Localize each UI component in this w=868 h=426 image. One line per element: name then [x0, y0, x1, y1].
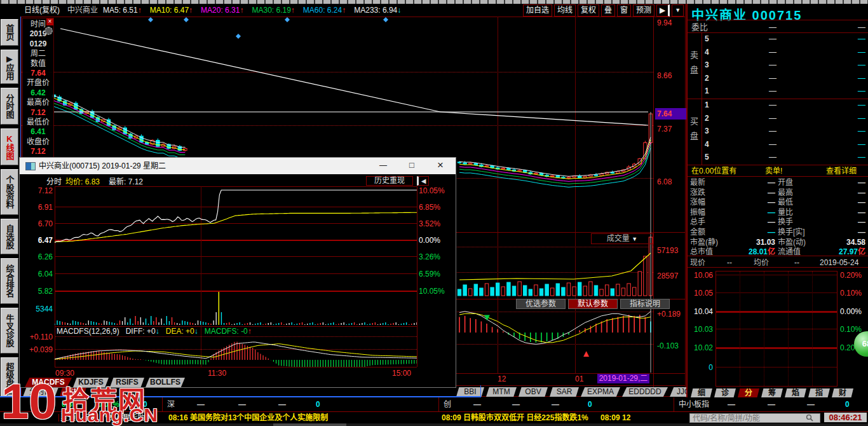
sell-level-1: 1 — [705, 87, 709, 95]
notice-underline — [688, 176, 868, 177]
toolbar-button-0[interactable]: 加自选 — [523, 4, 552, 17]
sell-vol-5: — — [858, 35, 865, 43]
statusbar-button-0[interactable]: 灵通 — [60, 414, 76, 422]
panel-tab-筹[interactable]: 筹 — [761, 388, 783, 397]
panel-tab-指[interactable]: 指 — [808, 388, 830, 397]
index-name-1: 深 — [167, 401, 175, 408]
forward-icon[interactable]: ▶ — [656, 4, 670, 17]
sidebar-item-7[interactable]: 牛叉诊股 — [1, 308, 18, 354]
quote-label-4b: 换手 — [778, 218, 793, 226]
price-axis-label-4: 6.08 — [657, 178, 672, 186]
search-input[interactable] — [689, 413, 820, 423]
popup-macd-label-0: +0.110 — [25, 333, 53, 341]
toolbar-button-5[interactable]: 预测 — [633, 4, 654, 17]
search-icon[interactable] — [806, 414, 813, 422]
popup-right-label-3: 0.00% — [419, 237, 440, 244]
intraday-chart-canvas — [55, 186, 417, 367]
toolbar-button-2[interactable]: 复权 — [578, 4, 599, 17]
pane-border-v2 — [685, 4, 686, 397]
popup-tab-KDJFS[interactable]: KDJFS — [73, 378, 109, 387]
index-value-2-3: 0 — [588, 401, 592, 408]
macd-axis-label-1: -0.103 — [657, 342, 679, 350]
ma-value-1: MA10: 6.47↑ — [150, 6, 193, 14]
close-icon[interactable]: × — [46, 18, 53, 25]
pane-border-v1 — [653, 17, 654, 397]
news-item-0: 08:16 美国务院对13个中国企业及个人实施限制 — [168, 414, 328, 422]
statusbar-button-3[interactable]: 智能助手 — [122, 414, 153, 422]
quote-label-7b: 流通值 — [778, 248, 801, 256]
mini-left-label-5: 0 — [689, 364, 713, 371]
quote-value-6a: 31.03 — [724, 238, 775, 246]
popup-grid-h8 — [55, 367, 417, 368]
popup-tab-BOLLFS[interactable]: BOLLFS — [146, 378, 185, 387]
panel-tab-细[interactable]: 细 — [691, 388, 712, 397]
toolbar-button-1[interactable]: 均线 — [554, 4, 576, 17]
toolbar-button-3[interactable]: 叠 — [601, 4, 615, 17]
indicator-param-buttons: 优选参数默认参数指标说明 — [516, 299, 670, 309]
sidebar-item-0[interactable]: 首页 — [1, 19, 18, 46]
gear-icon[interactable] — [44, 27, 53, 35]
mini-right-label-2: 0.00% — [840, 308, 862, 315]
panel-tab-诊[interactable]: 诊 — [714, 388, 736, 397]
param-button-0[interactable]: 优选参数 — [516, 299, 566, 309]
param-button-2[interactable]: 指标说明 — [620, 299, 670, 309]
dropdown-icon[interactable]: ▼ — [672, 4, 684, 17]
param-button-1[interactable]: 默认参数 — [568, 299, 618, 309]
indicator-tab-EDDDDD[interactable]: EDDDDD — [622, 387, 668, 397]
indicator-tab-EXPMA[interactable]: EXPMA — [581, 387, 620, 397]
readout-row-3: 周二 — [23, 49, 53, 58]
volume-indicator-selector[interactable]: 成交量 ▼ — [591, 233, 653, 244]
history-replay-button[interactable]: 历史重现 — [366, 176, 413, 186]
quote-value-2a: — — [724, 198, 775, 206]
panel-tab-分[interactable]: 分 — [738, 388, 759, 397]
quote-value-7b: 27.97亿 — [813, 248, 865, 256]
title-underline — [688, 20, 868, 20]
index-value-2-1: — — [512, 401, 520, 408]
sidebar-item-6[interactable]: 综合排名 — [1, 258, 18, 304]
cur-price-value: -- — [727, 259, 732, 266]
sidebar-item-4[interactable]: 个股资料 — [1, 169, 18, 215]
popup-left-label-0: 7.12 — [26, 187, 53, 195]
view-tab-0[interactable]: 分时图 — [23, 387, 58, 397]
ma-arrow-2: ↑ — [240, 6, 243, 15]
close-button[interactable]: × — [433, 159, 448, 172]
sidebar-item-2[interactable]: 分时图 — [1, 88, 18, 125]
sidebar-item-3[interactable]: K线图 — [1, 128, 18, 165]
sidebar-item-5[interactable]: 自选股 — [1, 219, 18, 254]
panel-tab-财[interactable]: 财 — [832, 388, 853, 397]
quote-label-0b: 开盘 — [778, 179, 793, 186]
readout-row-11: 6.41 — [23, 127, 53, 137]
index-status-bar: 0.30-0.01%0深———0创———0中小板指———0 — [0, 397, 868, 411]
sidebar-item-8[interactable]: 超级盘口 — [1, 357, 18, 401]
buy-divider — [702, 99, 702, 165]
rewind-icon[interactable]: ◀ — [417, 176, 429, 186]
indicator-tab-OBV[interactable]: OBV — [519, 387, 548, 397]
chevron-down-icon[interactable]: ▼ — [632, 236, 637, 242]
weibi-underline — [688, 32, 868, 33]
sidebar-item-1[interactable]: ▶应用 — [1, 50, 18, 84]
svg-text:▲: ▲ — [581, 348, 591, 359]
buy-level-5: 5 — [705, 153, 709, 161]
buy-level-2: 2 — [705, 114, 709, 122]
popup-left-label-4: 6.26 — [26, 253, 53, 261]
indicator-tab-SAR[interactable]: SAR — [550, 387, 579, 397]
mini-left-label-1: 10.05 — [689, 289, 713, 297]
popup-tab-RSIFS[interactable]: RSIFS — [110, 378, 144, 387]
signal-badge: 68 — [854, 331, 868, 357]
view-detail-link[interactable]: 查看详细 — [826, 167, 857, 175]
ma-value-0: MA5: 6.51↑ — [103, 6, 142, 14]
popup-tab-MACDFS[interactable]: MACDFS — [25, 378, 72, 387]
mini-grid-v2 — [788, 271, 789, 386]
view-tab-1[interactable]: 指标 — [60, 387, 86, 397]
quote-panel: 中兴商业 000715 委比——卖盘5——4——3——2——1——买盘1——2—… — [686, 4, 868, 397]
toolbar-button-4[interactable]: 窗 — [617, 4, 631, 17]
statusbar-button-1[interactable]: 行情 — [81, 414, 97, 422]
indicator-tab-MTM[interactable]: MTM — [486, 387, 517, 397]
buy-vol-5: — — [858, 153, 865, 161]
quote-label-3b: 量比 — [778, 209, 793, 216]
minimize-button[interactable]: — — [376, 161, 391, 169]
maximize-button[interactable]: □ — [404, 161, 419, 169]
popup-title-bar[interactable]: 中兴商业(000715) 2019-01-29 星期二 — □ × — [20, 158, 456, 174]
panel-tab-焰[interactable]: 焰 — [785, 388, 806, 397]
mini-grid-v3 — [812, 271, 813, 386]
